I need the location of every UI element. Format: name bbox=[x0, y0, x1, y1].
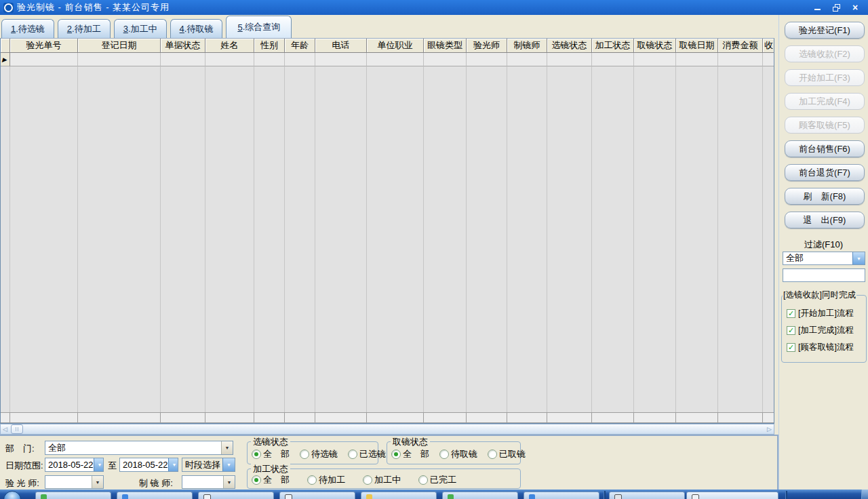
grid-current-row[interactable]: ▶ bbox=[1, 53, 774, 66]
column-header-pickup-date[interactable]: 取镜日期 bbox=[676, 39, 718, 53]
chevron-down-icon[interactable]: ▼ bbox=[168, 458, 179, 471]
taskbar-button-active[interactable] bbox=[686, 492, 778, 499]
optometrist-select[interactable]: ▼ bbox=[45, 475, 104, 489]
select-payment-button: 选镜收款(F2) bbox=[785, 45, 865, 62]
grid-body bbox=[1, 66, 774, 412]
tab-pending-select[interactable]: 1.待选镜 bbox=[1, 19, 54, 38]
date-from-picker[interactable]: 2018-05-22 ▼ bbox=[45, 458, 104, 472]
process-status-group: 加工状态 全 部 待加工 加工中 已完工 bbox=[247, 468, 521, 489]
radio-select-all[interactable]: 全 部 bbox=[252, 448, 290, 460]
column-header-lens-maker[interactable]: 制镜师 bbox=[507, 39, 547, 53]
column-header-amount[interactable]: 消费金额 bbox=[718, 39, 763, 53]
app-window: 验光制镜 - 前台销售 - 某某公司专用 × 1.待选镜 2.待加工 3.加工中… bbox=[0, 0, 868, 499]
refresh-button[interactable]: 刷 新(F8) bbox=[785, 188, 865, 205]
column-header-pickup-status[interactable]: 取镜状态 bbox=[634, 39, 676, 53]
grid-header-row: 验光单号 登记日期 单据状态 姓名 性别 年龄 电话 单位职业 眼镜类型 验光师… bbox=[1, 39, 774, 53]
taskbar-divider bbox=[785, 491, 787, 499]
department-select[interactable]: 全部 ▼ bbox=[45, 441, 233, 455]
radio-icon bbox=[488, 450, 497, 459]
radio-icon bbox=[391, 450, 401, 459]
taskbar-button[interactable] bbox=[609, 492, 685, 499]
process-status-group-title: 加工状态 bbox=[251, 463, 290, 475]
tab-pending-pickup[interactable]: 4.待取镜 bbox=[170, 19, 223, 38]
exit-button[interactable]: 退 出(F9) bbox=[785, 212, 865, 228]
chevron-down-icon[interactable]: ▼ bbox=[223, 476, 235, 488]
column-header-gender[interactable]: 性别 bbox=[254, 39, 285, 53]
process-finish-button: 加工完成(F4) bbox=[785, 93, 865, 110]
customer-pickup-button: 顾客取镜(F5) bbox=[785, 117, 865, 134]
minimize-button[interactable] bbox=[808, 0, 827, 15]
scrollbar-thumb[interactable] bbox=[11, 424, 23, 434]
chevron-down-icon[interactable]: ▼ bbox=[94, 458, 104, 471]
taskbar-button[interactable] bbox=[35, 492, 111, 499]
front-sales-button[interactable]: 前台销售(F6) bbox=[785, 140, 865, 157]
column-header-order-no[interactable]: 验光单号 bbox=[10, 39, 78, 53]
filter-input[interactable] bbox=[783, 268, 865, 282]
radio-pickup-pending[interactable]: 待取镜 bbox=[439, 448, 477, 460]
lens-maker-select[interactable]: ▼ bbox=[182, 475, 235, 489]
department-label: 部 门: bbox=[5, 443, 35, 455]
pickup-status-group-title: 取镜状态 bbox=[391, 436, 430, 448]
column-header-phone[interactable]: 电话 bbox=[315, 39, 367, 53]
show-desktop-button[interactable] bbox=[861, 490, 868, 499]
radio-process-all[interactable]: 全 部 bbox=[252, 474, 290, 486]
scroll-left-icon[interactable]: ◁ bbox=[1, 424, 9, 434]
optometry-register-button[interactable]: 验光登记(F1) bbox=[785, 22, 865, 39]
checkbox-customer-pickup-flow[interactable]: ✓ [顾客取镜]流程 bbox=[787, 342, 854, 353]
column-header-name[interactable]: 姓名 bbox=[205, 39, 254, 53]
taskbar-button[interactable] bbox=[117, 492, 193, 499]
chevron-down-icon[interactable]: ▼ bbox=[852, 252, 865, 264]
radio-icon bbox=[363, 475, 372, 485]
taskbar-button[interactable] bbox=[442, 492, 518, 499]
radio-icon bbox=[418, 475, 428, 485]
radio-select-done[interactable]: 已选镜 bbox=[348, 448, 386, 460]
column-header-register-date[interactable]: 登记日期 bbox=[78, 39, 161, 53]
column-header-glasses-type[interactable]: 眼镜类型 bbox=[424, 39, 467, 53]
folder-icon bbox=[366, 494, 372, 499]
app-icon bbox=[614, 494, 622, 499]
radio-pickup-done[interactable]: 已取镜 bbox=[488, 448, 526, 460]
chevron-down-icon[interactable]: ▼ bbox=[221, 441, 233, 454]
scroll-right-icon[interactable]: ▷ bbox=[765, 424, 774, 434]
tab-pending-process[interactable]: 2.待加工 bbox=[58, 19, 111, 38]
radio-process-pending[interactable]: 待加工 bbox=[307, 474, 345, 486]
date-to-picker[interactable]: 2018-05-22 ▼ bbox=[119, 458, 178, 472]
chevron-down-icon[interactable]: ▼ bbox=[92, 476, 103, 488]
column-header-occupation[interactable]: 单位职业 bbox=[367, 39, 424, 53]
column-header-age[interactable]: 年龄 bbox=[285, 39, 315, 53]
taskbar-button[interactable] bbox=[524, 492, 599, 499]
front-refund-button[interactable]: 前台退货(F7) bbox=[785, 164, 865, 181]
taskbar-button[interactable] bbox=[279, 492, 355, 499]
start-button[interactable] bbox=[3, 491, 21, 499]
column-header-indicator bbox=[1, 39, 10, 53]
taskbar-button[interactable] bbox=[198, 492, 274, 499]
app-icon bbox=[3, 3, 14, 13]
horizontal-scrollbar[interactable]: ◁ ▷ bbox=[0, 424, 774, 435]
checkbox-checked-icon: ✓ bbox=[787, 343, 795, 352]
filter-select[interactable]: 全部 ▼ bbox=[783, 252, 865, 265]
radio-process-working[interactable]: 加工中 bbox=[363, 474, 401, 486]
radio-select-pending[interactable]: 待选镜 bbox=[300, 448, 338, 460]
records-grid: 验光单号 登记日期 单据状态 姓名 性别 年龄 电话 单位职业 眼镜类型 验光师… bbox=[0, 38, 774, 424]
checkbox-process-finish-flow[interactable]: ✓ [加工完成]流程 bbox=[787, 325, 854, 336]
title-bar: 验光制镜 - 前台销售 - 某某公司专用 × bbox=[0, 0, 868, 15]
column-header-clipped[interactable]: 收 bbox=[763, 39, 774, 53]
restore-button[interactable] bbox=[827, 0, 846, 15]
column-header-select-status[interactable]: 选镜状态 bbox=[547, 39, 592, 53]
checkbox-start-process-flow[interactable]: ✓ [开始加工]流程 bbox=[787, 308, 854, 319]
select-status-group-title: 选镜状态 bbox=[251, 436, 290, 448]
column-header-doc-status[interactable]: 单据状态 bbox=[161, 39, 205, 53]
action-sidebar: 验光登记(F1) 选镜收款(F2) 开始加工(F3) 加工完成(F4) 顾客取镜… bbox=[778, 15, 868, 490]
radio-icon bbox=[252, 450, 261, 459]
app-icon bbox=[285, 494, 292, 499]
tab-processing[interactable]: 3.加工中 bbox=[114, 19, 167, 38]
chevron-down-icon[interactable]: ▼ bbox=[222, 458, 235, 471]
column-header-process-status[interactable]: 加工状态 bbox=[592, 39, 634, 53]
radio-pickup-all[interactable]: 全 部 bbox=[391, 448, 429, 460]
radio-process-finished[interactable]: 已完工 bbox=[418, 474, 456, 486]
period-select[interactable]: 时段选择 ▼ bbox=[182, 458, 235, 472]
close-button[interactable]: × bbox=[846, 0, 865, 15]
column-header-optometrist[interactable]: 验光师 bbox=[467, 39, 507, 53]
taskbar-button[interactable] bbox=[361, 492, 437, 499]
tab-comprehensive-query[interactable]: 5.综合查询 bbox=[226, 16, 292, 38]
